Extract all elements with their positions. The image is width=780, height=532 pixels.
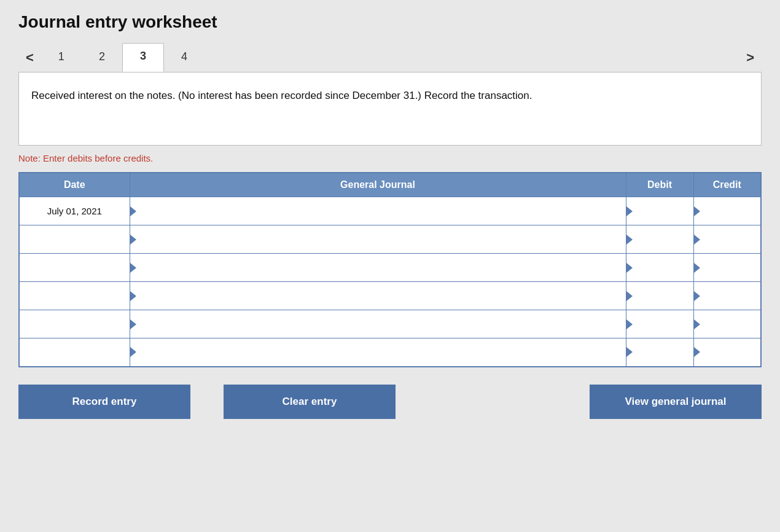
journal-input-5[interactable]	[130, 319, 626, 329]
debit-input-3[interactable]	[626, 262, 693, 273]
debit-cell-6[interactable]	[626, 338, 693, 367]
debit-cell-1[interactable]	[626, 197, 693, 225]
credit-cell-6[interactable]	[693, 338, 761, 367]
next-arrow[interactable]: >	[739, 46, 762, 69]
journal-cell-4[interactable]	[130, 282, 626, 310]
table-row	[19, 254, 761, 282]
row1-debit-arrow	[626, 206, 633, 216]
clear-entry-button[interactable]: Clear entry	[224, 385, 396, 419]
col-header-credit: Credit	[693, 173, 761, 197]
record-entry-button[interactable]: Record entry	[18, 385, 190, 419]
row6-credit-arrow	[694, 347, 700, 357]
row6-debit-arrow	[626, 347, 633, 357]
row3-debit-arrow	[626, 263, 633, 273]
date-cell-5	[19, 310, 130, 338]
journal-input-2[interactable]	[130, 234, 626, 244]
row2-debit-arrow	[626, 235, 633, 244]
journal-cell-3[interactable]	[130, 254, 626, 282]
col-header-debit: Debit	[626, 173, 693, 197]
note-text: Note: Enter debits before credits.	[18, 153, 762, 163]
debit-input-5[interactable]	[626, 319, 693, 329]
row5-debit-arrow	[626, 319, 633, 329]
journal-cell-5[interactable]	[130, 310, 626, 338]
row4-debit-arrow	[626, 291, 633, 301]
table-row: July 01, 2021	[19, 197, 761, 225]
tab-3[interactable]: 3	[122, 43, 164, 72]
debit-input-4[interactable]	[626, 291, 693, 301]
tab-1[interactable]: 1	[41, 44, 82, 69]
journal-input-4[interactable]	[130, 291, 626, 301]
credit-input-6[interactable]	[694, 346, 761, 357]
col-header-general-journal: General Journal	[130, 173, 626, 197]
row5-credit-arrow	[694, 319, 700, 329]
credit-cell-1[interactable]	[693, 197, 761, 225]
col-header-date: Date	[19, 173, 130, 197]
row3-journal-arrow	[130, 263, 136, 273]
row1-journal-arrow	[130, 206, 136, 216]
tab-navigation: < 1 2 3 4 >	[18, 43, 762, 72]
date-cell-2	[19, 225, 130, 254]
date-cell-6	[19, 338, 130, 367]
credit-input-5[interactable]	[694, 319, 761, 329]
table-row	[19, 282, 761, 310]
tab-2[interactable]: 2	[82, 44, 122, 69]
row2-credit-arrow	[694, 235, 700, 244]
date-cell-1: July 01, 2021	[19, 197, 130, 225]
journal-input-3[interactable]	[130, 262, 626, 273]
date-cell-3	[19, 254, 130, 282]
row6-journal-arrow	[130, 347, 136, 357]
row5-journal-arrow	[130, 319, 136, 329]
credit-cell-5[interactable]	[693, 310, 761, 338]
journal-input-6[interactable]	[130, 346, 626, 357]
worksheet-description: Received interest on the notes. (No inte…	[18, 72, 762, 146]
credit-input-4[interactable]	[694, 291, 761, 301]
debit-input-2[interactable]	[626, 234, 693, 244]
journal-input-1[interactable]	[130, 206, 626, 216]
prev-arrow[interactable]: <	[18, 46, 41, 69]
row3-credit-arrow	[694, 263, 700, 273]
debit-cell-3[interactable]	[626, 254, 693, 282]
journal-table: Date General Journal Debit Credit July 0…	[18, 172, 762, 367]
credit-cell-3[interactable]	[693, 254, 761, 282]
credit-cell-2[interactable]	[693, 225, 761, 254]
row1-credit-arrow	[694, 206, 700, 216]
credit-cell-4[interactable]	[693, 282, 761, 310]
table-row	[19, 338, 761, 367]
row4-journal-arrow	[130, 291, 136, 301]
tab-4[interactable]: 4	[164, 44, 205, 69]
row2-journal-arrow	[130, 235, 136, 244]
page-title: Journal entry worksheet	[18, 12, 762, 32]
table-row	[19, 310, 761, 338]
table-row	[19, 225, 761, 254]
view-general-journal-button[interactable]: View general journal	[590, 385, 762, 419]
debit-cell-2[interactable]	[626, 225, 693, 254]
credit-input-3[interactable]	[694, 262, 761, 273]
debit-input-1[interactable]	[626, 206, 693, 216]
credit-input-1[interactable]	[694, 206, 761, 216]
button-row: Record entry Clear entry View general jo…	[18, 385, 762, 419]
row4-credit-arrow	[694, 291, 700, 301]
credit-input-2[interactable]	[694, 234, 761, 244]
journal-cell-6[interactable]	[130, 338, 626, 367]
journal-cell-1[interactable]	[130, 197, 626, 225]
date-cell-4	[19, 282, 130, 310]
debit-input-6[interactable]	[626, 346, 693, 357]
journal-cell-2[interactable]	[130, 225, 626, 254]
debit-cell-5[interactable]	[626, 310, 693, 338]
debit-cell-4[interactable]	[626, 282, 693, 310]
